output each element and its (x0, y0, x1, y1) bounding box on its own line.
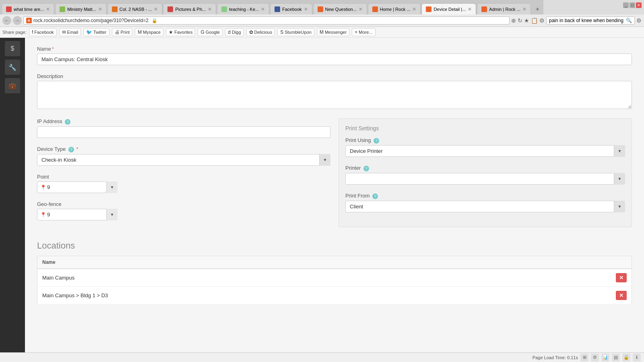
table-row: Main Campus > Bldg 1 > D3 ✕ (37, 287, 632, 304)
name-column-header: Name (37, 256, 608, 269)
tab-tab-pictures[interactable]: Pictures & Ph... ✕ (163, 3, 216, 14)
delete-location-button[interactable]: ✕ (616, 273, 627, 282)
tab-tab-home-rock[interactable]: Home | Rock ... ✕ (368, 3, 421, 14)
star-icon[interactable]: ★ (524, 17, 529, 24)
layout-icon[interactable]: ▤ (612, 354, 620, 362)
tab-close-icon[interactable]: ✕ (98, 6, 102, 12)
close-button[interactable]: ✕ (636, 2, 642, 8)
device-type-select[interactable]: Check-in KioskLabel PrinterReceipt Print… (37, 154, 330, 166)
settings-icon[interactable]: ⚙ (539, 17, 545, 24)
site-favicon: R (26, 18, 32, 23)
search-icon: 🔍 (626, 18, 632, 23)
new-tab-button[interactable]: + (532, 4, 543, 14)
point-label: Point (37, 174, 330, 180)
tab-tab-gmail[interactable]: what time are... ✕ (2, 3, 54, 14)
share-fb-button[interactable]: fFacebook (29, 28, 57, 36)
name-section: Name* (37, 46, 632, 65)
delete-location-button[interactable]: ✕ (616, 291, 627, 300)
tab-close-icon[interactable]: ✕ (522, 6, 526, 12)
info-icon[interactable]: ℹ (633, 354, 641, 362)
tab-tab-admin[interactable]: Admin | Rock ... ✕ (477, 3, 530, 14)
right-column: Print Settings Print Using ? Device Prin… (339, 118, 632, 228)
maximize-button[interactable]: □ (630, 2, 635, 8)
grid-icon[interactable]: ⊞ (580, 354, 588, 362)
point-select[interactable]: 9 (37, 181, 118, 193)
print-using-select[interactable]: Device PrinterServer PrinterClient (345, 145, 625, 157)
tab-close-icon[interactable]: ✕ (154, 6, 158, 12)
device-type-help-icon[interactable]: ? (68, 147, 74, 152)
share-bar: Share page: fFacebook✉Email🐦Twitter🖨Prin… (0, 27, 644, 38)
browser-chrome: what time are... ✕ Ministry Matt... ✕ Co… (0, 0, 644, 38)
tab-label: Facebook (282, 7, 301, 12)
tab-close-icon[interactable]: ✕ (359, 6, 363, 12)
forward-button[interactable]: → (13, 16, 22, 25)
lock-icon[interactable]: 🔒 (622, 354, 630, 362)
geo-fence-select[interactable]: 9 (37, 209, 118, 220)
ip-help-icon[interactable]: ? (65, 119, 70, 125)
share-messenger-button[interactable]: MMessenger (317, 28, 349, 36)
share-delicious-button[interactable]: ✿Delicious (246, 28, 275, 36)
print-settings-box: Print Settings Print Using ? Device Prin… (339, 118, 632, 227)
share-btn-label: Print (121, 30, 130, 35)
name-input[interactable] (37, 53, 632, 65)
tab-tab-col2[interactable]: Col. 2 NASB - ... ✕ (107, 3, 163, 14)
bookmark-icon[interactable]: 📋 (531, 17, 538, 24)
minimize-button[interactable]: _ (623, 2, 629, 8)
back-button[interactable]: ← (2, 16, 11, 25)
tab-close-icon[interactable]: ✕ (304, 6, 308, 12)
settings-gear-icon[interactable]: ⚙ (636, 17, 642, 24)
print-from-select[interactable]: ClientServer (345, 201, 625, 212)
sidebar-wrench-icon[interactable]: 🔧 (5, 60, 20, 75)
print-from-section: Print From ? ClientServer ▼ (345, 193, 625, 212)
sidebar-dollar-icon[interactable]: $ (5, 41, 20, 56)
share-btn-label: More... (359, 30, 372, 35)
tab-label: Device Detail |... (433, 7, 466, 12)
tab-tab-device[interactable]: Device Detail |... ✕ (421, 3, 476, 14)
ssl-icon: 🔒 (152, 18, 157, 23)
search-box[interactable]: pain in back of knee when bending 🔍 (546, 16, 635, 25)
share-google-button[interactable]: GGoogle (198, 28, 223, 36)
geo-fence-select-wrapper: 📍 9 ▼ (37, 209, 118, 220)
status-bar: Page Load Time: 0.11s ⊞ ⚙ 📊 ▤ 🔒 ℹ (0, 352, 644, 362)
print-using-help-icon[interactable]: ? (374, 138, 379, 144)
tab-tab-facebook[interactable]: Facebook ✕ (270, 3, 312, 14)
share-myspace-button[interactable]: MMyspace (135, 28, 163, 36)
address-box[interactable]: R rock.rocksolidchurchdemo.com/page/310?… (23, 16, 510, 25)
tab-label: Admin | Rock ... (489, 7, 520, 12)
plus-icon[interactable]: ⊕ (511, 17, 516, 24)
table-row: Main Campus ✕ (37, 269, 632, 287)
print-from-help-icon[interactable]: ? (372, 193, 378, 199)
tab-tab-ministry[interactable]: Ministry Matt... ✕ (55, 3, 107, 14)
share-btn-label: Facebook (34, 30, 54, 35)
tab-label: Pictures & Ph... (175, 7, 206, 12)
print-using-wrapper: Device PrinterServer PrinterClient ▼ (345, 145, 625, 157)
tab-tab-teaching[interactable]: teaching - Ke... ✕ (217, 3, 269, 14)
tab-tab-question[interactable]: New Question... ✕ (313, 3, 367, 14)
printer-help-icon[interactable]: ? (363, 166, 369, 171)
sidebar-briefcase-icon[interactable]: 💼 (5, 78, 20, 93)
description-textarea[interactable] (37, 81, 632, 109)
share-favorites-button[interactable]: ★Favorites (166, 28, 195, 36)
share-btn-label: Email (67, 30, 78, 35)
share-digg-button[interactable]: dDigg (225, 28, 244, 36)
share-email-button[interactable]: ✉Email (59, 28, 81, 36)
printer-select[interactable] (345, 173, 625, 185)
locations-title: Locations (37, 241, 632, 251)
share-more-button[interactable]: +More... (352, 28, 375, 36)
locations-table: Name Main Campus ✕ Main Campus > Bldg 1 … (37, 256, 632, 304)
share-stumbleupon-button[interactable]: SStumbleUpon (277, 28, 314, 36)
share-twitter-button[interactable]: 🐦Twitter (83, 28, 109, 36)
tab-close-icon[interactable]: ✕ (46, 6, 50, 12)
tab-close-icon[interactable]: ✕ (412, 6, 416, 12)
description-section: Description ⤡ (37, 73, 632, 110)
tab-close-icon[interactable]: ✕ (261, 6, 265, 12)
tab-close-icon[interactable]: ✕ (468, 6, 472, 12)
settings-status-icon[interactable]: ⚙ (591, 354, 599, 362)
refresh-icon[interactable]: ↻ (518, 17, 522, 24)
share-print-button[interactable]: 🖨Print (112, 28, 133, 36)
search-input[interactable]: pain in back of knee when bending (549, 18, 624, 23)
main-layout: $🔧💼 Name* Description ⤡ IP (0, 38, 644, 360)
chart-icon[interactable]: 📊 (601, 354, 609, 362)
ip-address-input[interactable] (37, 126, 330, 138)
tab-close-icon[interactable]: ✕ (208, 6, 212, 12)
